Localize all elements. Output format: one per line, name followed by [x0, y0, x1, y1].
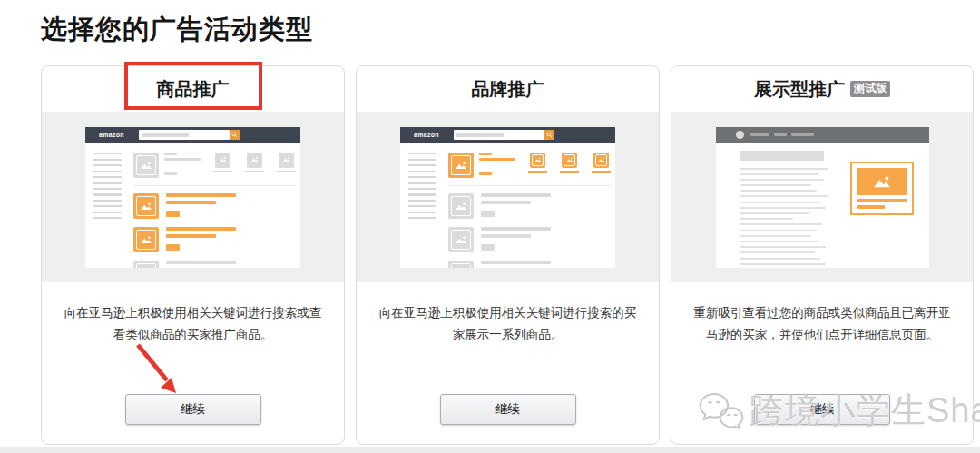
- card-sponsored-products-title: 商品推广: [42, 66, 344, 112]
- amazon-logo: amazon: [99, 132, 124, 138]
- amazon-search-results-mockup: amazon: [85, 127, 300, 268]
- sidebar-filters-placeholder: [408, 153, 436, 223]
- page-title: 选择您的广告活动类型: [41, 12, 313, 48]
- mockup-header: amazon: [400, 127, 615, 143]
- page-bottom-strip: [0, 447, 980, 453]
- card-description: 向在亚马逊上积极使用相关关键词进行搜索的买家展示一系列商品。: [357, 282, 659, 347]
- card-description: 重新吸引查看过您的商品或类似商品且已离开亚马逊的买家，并使他们点开详细信息页面。: [671, 282, 973, 347]
- amazon-logo: amazon: [414, 132, 439, 138]
- sponsored-brands-illustration: amazon: [357, 112, 659, 282]
- campaign-type-cards: 商品推广 amazon: [41, 65, 974, 445]
- card-title-text: 展示型推广: [754, 77, 845, 102]
- card-sponsored-display-title: 展示型推广 测试版: [671, 66, 973, 112]
- organic-product-row: [448, 227, 611, 252]
- organic-result-row: [133, 153, 296, 178]
- sidebar-filters-placeholder: [93, 153, 122, 223]
- organic-product-row: [448, 193, 611, 219]
- search-bar: [139, 130, 230, 140]
- continue-button-sponsored-brands[interactable]: 继续: [440, 394, 576, 425]
- sponsored-product-row: [133, 227, 296, 252]
- display-ad-placeholder: [850, 162, 914, 215]
- organic-product-row: [448, 261, 611, 268]
- card-title-text: 品牌推广: [472, 77, 544, 102]
- brand-banner-row: [448, 153, 611, 178]
- mockup-header: amazon: [85, 127, 300, 143]
- organic-product-row: [133, 261, 296, 268]
- card-sponsored-brands: 品牌推广 amazon: [356, 65, 660, 445]
- beta-badge: 测试版: [850, 81, 890, 96]
- ad-image-placeholder: [857, 168, 907, 195]
- mockup-body: [85, 143, 300, 268]
- sponsored-product-row: [133, 193, 296, 219]
- card-sponsored-products: 商品推广 amazon: [41, 65, 345, 445]
- card-sponsored-brands-title: 品牌推广: [357, 66, 659, 112]
- avatar-placeholder: [736, 131, 744, 139]
- card-sponsored-display: 展示型推广 测试版: [671, 65, 974, 445]
- nav-links-placeholder: [750, 133, 814, 136]
- continue-button-sponsored-display[interactable]: 继续: [754, 394, 890, 425]
- sponsored-products-illustration: amazon: [42, 112, 344, 282]
- amazon-search-results-mockup: amazon: [400, 127, 615, 268]
- mockup-header: [716, 127, 929, 143]
- search-icon: [544, 130, 554, 140]
- sponsored-display-illustration: [671, 112, 973, 282]
- card-title-text: 商品推广: [157, 77, 230, 102]
- search-icon: [230, 130, 240, 140]
- mockup-body: [400, 143, 615, 268]
- external-webpage-mockup: [716, 127, 929, 268]
- card-description: 向在亚马逊上积极使用相关关键词进行搜索或查看类似商品的买家推广商品。: [42, 282, 344, 347]
- search-bar: [454, 130, 544, 140]
- continue-button-sponsored-products[interactable]: 继续: [125, 394, 261, 425]
